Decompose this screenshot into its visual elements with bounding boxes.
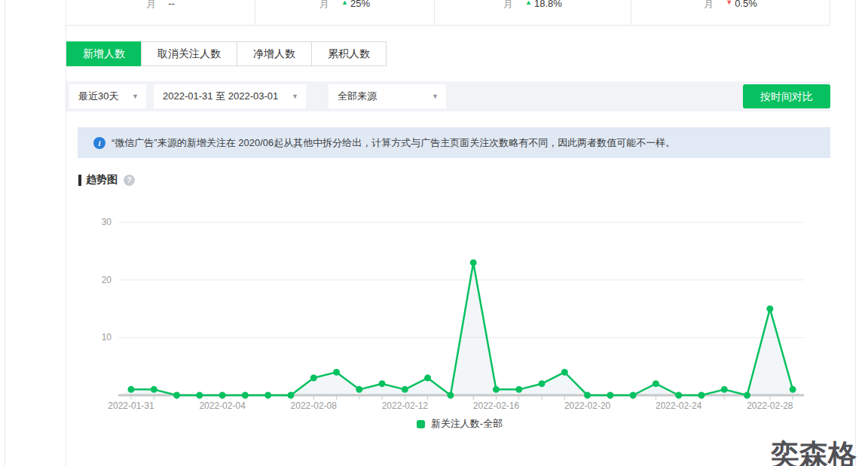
- trend-chart-svg: 1020302022-01-312022-02-042022-02-082022…: [66, 194, 830, 417]
- svg-text:30: 30: [102, 217, 112, 227]
- tab-取消关注人数[interactable]: 取消关注人数: [141, 41, 237, 66]
- stat-trend-value: ▲18.8%: [525, 0, 562, 25]
- chart-point-2022-02-08[interactable]: [310, 375, 317, 382]
- tab-新增人数[interactable]: 新增人数: [66, 41, 142, 66]
- chart-point-2022-02-11[interactable]: [379, 380, 386, 387]
- chart-point-2022-02-23[interactable]: [653, 380, 659, 387]
- metric-tabs: 新增人数取消关注人数净增人数累积人数: [66, 41, 387, 66]
- filter-bar: 最近30天 ▼ 2022-01-31 至 2022-03-01 ▼ 全部来源 ▼…: [66, 81, 830, 111]
- stat-trend-value: ▲25%: [341, 0, 370, 25]
- chart-point-2022-02-24[interactable]: [675, 392, 682, 399]
- date-range-dropdown[interactable]: 2022-01-31 至 2022-03-01 ▼: [154, 84, 306, 108]
- svg-text:2022-02-20: 2022-02-20: [564, 401, 611, 411]
- chart-point-2022-02-15[interactable]: [470, 259, 477, 266]
- chart-point-2022-02-01[interactable]: [151, 386, 157, 393]
- chart-point-2022-02-03[interactable]: [196, 392, 203, 399]
- date-range-value: 2022-01-31 至 2022-03-01: [154, 84, 278, 108]
- notice-text: “微信广告”来源的新增关注在 2020/06起从其他中拆分给出，计算方式与广告主…: [78, 127, 830, 158]
- chart-point-2022-02-13[interactable]: [424, 375, 431, 382]
- page-left-border: [5, 0, 5, 466]
- chart-point-2022-02-17[interactable]: [515, 386, 522, 393]
- stat-cell: 月--: [66, 0, 255, 25]
- chart-point-2022-02-19[interactable]: [561, 369, 568, 376]
- chart-point-2022-02-16[interactable]: [493, 386, 500, 393]
- source-dropdown[interactable]: 全部来源 ▼: [329, 84, 446, 108]
- chart-point-2022-02-20[interactable]: [584, 392, 591, 399]
- chart-point-2022-02-12[interactable]: [402, 386, 408, 393]
- info-icon: i: [93, 137, 105, 149]
- stats-strip: 月--月▲25%月▲18.8%月▼0.5%: [66, 0, 830, 26]
- chart-point-2022-02-09[interactable]: [333, 369, 340, 376]
- chart-point-2022-02-27[interactable]: [744, 392, 750, 399]
- chart-point-2022-02-25[interactable]: [698, 392, 705, 399]
- chart-point-2022-02-04[interactable]: [219, 392, 226, 399]
- stat-trend-value: ▼0.5%: [726, 0, 757, 25]
- trend-chart: 1020302022-01-312022-02-042022-02-082022…: [66, 194, 830, 417]
- chevron-down-icon: ▼: [132, 84, 139, 108]
- time-range-dropdown[interactable]: 最近30天 ▼: [69, 84, 146, 108]
- trend-up-icon: ▲: [525, 0, 532, 8]
- section-title: 趋势图 ?: [78, 173, 135, 187]
- watermark-text: 奕森格: [771, 436, 857, 466]
- chart-point-2022-02-10[interactable]: [356, 386, 362, 393]
- stat-period-label: 月: [319, 0, 329, 25]
- svg-text:2022-02-12: 2022-02-12: [382, 401, 429, 411]
- svg-text:2022-02-16: 2022-02-16: [473, 401, 520, 411]
- tab-累积人数[interactable]: 累积人数: [311, 41, 387, 66]
- tab-净增人数[interactable]: 净增人数: [237, 41, 312, 66]
- chart-legend[interactable]: 新关注人数-全部: [66, 417, 830, 431]
- stat-cell: 月▲18.8%: [435, 0, 631, 25]
- title-accent-bar: [78, 175, 81, 186]
- chart-point-2022-02-05[interactable]: [242, 392, 249, 399]
- legend-label: 新关注人数-全部: [431, 417, 503, 431]
- content-right-border: [855, 0, 856, 466]
- chart-point-2022-02-06[interactable]: [264, 392, 271, 399]
- chart-point-2022-02-02[interactable]: [173, 392, 180, 399]
- svg-text:10: 10: [102, 332, 112, 343]
- stat-period-label: 月: [146, 0, 156, 25]
- svg-text:20: 20: [102, 275, 112, 285]
- chevron-down-icon: ▼: [292, 84, 298, 108]
- compare-by-time-button[interactable]: 按时间对比: [743, 84, 830, 108]
- chart-point-2022-02-14[interactable]: [447, 392, 454, 399]
- help-icon[interactable]: ?: [124, 175, 135, 186]
- legend-swatch: [417, 420, 425, 428]
- trend-up-icon: ▲: [341, 0, 348, 8]
- svg-text:2022-01-31: 2022-01-31: [108, 401, 154, 411]
- section-title-text: 趋势图: [86, 173, 118, 187]
- chart-point-2022-03-01[interactable]: [790, 386, 796, 393]
- chart-point-2022-02-07[interactable]: [287, 392, 294, 399]
- svg-text:2022-02-28: 2022-02-28: [747, 401, 793, 411]
- stat-cell: 月▼0.5%: [631, 0, 830, 25]
- source-value: 全部来源: [329, 84, 377, 108]
- svg-text:2022-02-24: 2022-02-24: [656, 401, 702, 411]
- notice-banner: i “微信广告”来源的新增关注在 2020/06起从其他中拆分给出，计算方式与广…: [78, 127, 830, 158]
- chevron-down-icon: ▼: [432, 84, 439, 108]
- svg-text:2022-02-08: 2022-02-08: [291, 401, 338, 411]
- svg-text:2022-02-04: 2022-02-04: [199, 401, 246, 411]
- chart-point-2022-02-28[interactable]: [766, 306, 773, 312]
- stat-cell: 月▲25%: [255, 0, 435, 25]
- chart-point-2022-02-26[interactable]: [721, 386, 728, 393]
- stat-period-label: 月: [704, 0, 714, 25]
- time-range-value: 最近30天: [69, 84, 118, 108]
- trend-down-icon: ▼: [726, 0, 732, 8]
- stat-period-label: 月: [503, 0, 513, 25]
- chart-point-2022-01-31[interactable]: [128, 386, 135, 393]
- chart-point-2022-02-21[interactable]: [607, 392, 613, 399]
- chart-point-2022-02-18[interactable]: [539, 380, 546, 387]
- stat-trend-value: --: [168, 0, 175, 25]
- chart-point-2022-02-22[interactable]: [630, 392, 637, 399]
